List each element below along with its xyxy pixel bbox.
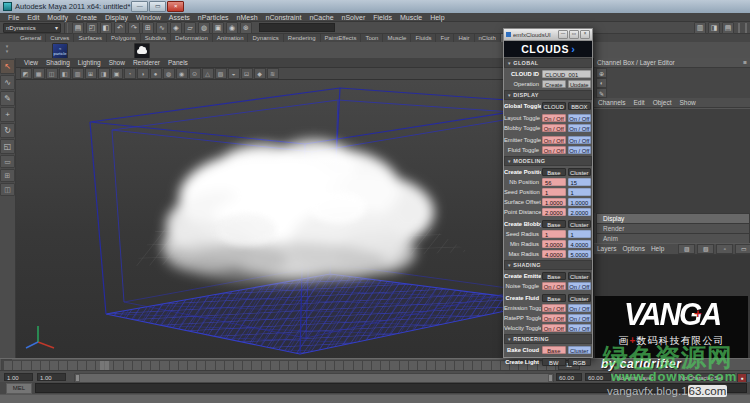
- viewport-toolbar-icon[interactable]: ⊞: [85, 68, 97, 79]
- range-end-handle[interactable]: [548, 374, 553, 382]
- viewport-toolbar-icon[interactable]: ◑: [137, 68, 149, 79]
- mel-mode-button[interactable]: MEL: [6, 383, 32, 394]
- shelf-tab[interactable]: Animation: [213, 34, 249, 42]
- shelf-tab[interactable]: Deformation: [171, 34, 213, 42]
- viewport-menu-item[interactable]: Shading: [42, 59, 74, 66]
- viewport-toolbar-icon[interactable]: ◧: [59, 68, 71, 79]
- emfx-particles-shelf-icon[interactable]: ≈ particle: [52, 43, 68, 59]
- viewport-menu-item[interactable]: Show: [105, 59, 129, 66]
- select-tool-icon[interactable]: ↖: [0, 59, 15, 74]
- layer-editor-menu-item[interactable]: Options: [620, 245, 648, 252]
- sidebar-attr-editor-icon[interactable]: ▥: [694, 22, 706, 34]
- shelf-tab[interactable]: Rendering: [284, 34, 321, 42]
- shelf-tab[interactable]: Fur: [436, 34, 454, 42]
- render-current-frame-icon[interactable]: ▣: [212, 22, 224, 34]
- range-start-handle[interactable]: [75, 374, 80, 382]
- animation-end-field[interactable]: 60.00: [585, 373, 611, 381]
- layer-editor-tab[interactable]: Render: [596, 223, 750, 233]
- shelf-nav-arrows[interactable]: ▾▾: [2, 44, 12, 56]
- snap-curve-icon[interactable]: ∿: [156, 22, 168, 34]
- animation-start-field[interactable]: 1.00: [4, 373, 33, 381]
- hyperbolic-pencil-icon[interactable]: ✎: [596, 88, 607, 98]
- layer-editor-menu-item[interactable]: Layers: [594, 245, 620, 252]
- menu-item[interactable]: nParticles: [194, 14, 233, 21]
- viewport-toolbar-icon[interactable]: ◍: [163, 68, 175, 79]
- menuset-dropdown[interactable]: nDynamics ▾: [3, 23, 61, 33]
- viewport-toolbar-icon[interactable]: ▣: [111, 68, 123, 79]
- menu-item[interactable]: Fields: [369, 14, 396, 21]
- make-live-icon[interactable]: ◍: [198, 22, 210, 34]
- ipr-render-icon[interactable]: ◉: [226, 22, 238, 34]
- viewport-menu-item[interactable]: View: [20, 59, 42, 66]
- speed-state-icon[interactable]: ◐: [596, 78, 607, 88]
- new-layer-from-selected-icon[interactable]: ▭: [735, 244, 750, 254]
- viewport-toolbar-icon[interactable]: ◩: [20, 68, 32, 79]
- menu-item[interactable]: nMesh: [233, 14, 262, 21]
- shelf-tab[interactable]: Muscle: [383, 34, 411, 42]
- split-pane-layout-button[interactable]: ◫: [0, 183, 15, 196]
- manip-attr-icon[interactable]: ⊕: [596, 68, 607, 78]
- menu-item[interactable]: Help: [426, 14, 448, 21]
- paint-select-tool-icon[interactable]: ✎: [0, 91, 15, 106]
- save-scene-icon[interactable]: ◧: [100, 22, 112, 34]
- viewport-toolbar-icon[interactable]: ◔: [124, 68, 136, 79]
- menu-item[interactable]: Edit: [23, 14, 43, 21]
- snap-grid-icon[interactable]: ⊞: [142, 22, 154, 34]
- sidebar-menu-icon[interactable]: ≡: [743, 59, 747, 66]
- channel-box-menu-item[interactable]: Object: [649, 99, 676, 106]
- menu-item[interactable]: nConstraint: [262, 14, 306, 21]
- shelf-tab[interactable]: General: [16, 34, 46, 42]
- viewport-menu-item[interactable]: Lighting: [74, 59, 105, 66]
- viewport-toolbar-icon[interactable]: ⊡: [241, 68, 253, 79]
- viewport-toolbar-icon[interactable]: ◉: [176, 68, 188, 79]
- window-control-button[interactable]: ▭: [149, 1, 166, 12]
- open-scene-icon[interactable]: ◰: [86, 22, 98, 34]
- panel-minimize-button[interactable]: —: [558, 30, 568, 39]
- snap-point-icon[interactable]: ◈: [170, 22, 182, 34]
- single-pane-layout-button[interactable]: ▭: [0, 155, 15, 168]
- render-settings-icon[interactable]: ⊛: [240, 22, 252, 34]
- menu-item[interactable]: Display: [101, 14, 132, 21]
- menu-item[interactable]: Muscle: [396, 14, 426, 21]
- channel-box-menu-item[interactable]: Show: [675, 99, 699, 106]
- move-tool-icon[interactable]: +: [0, 107, 15, 122]
- channel-box-menu-item[interactable]: Edit: [629, 99, 648, 106]
- snap-plane-icon[interactable]: ▱: [184, 22, 196, 34]
- shelf-tab[interactable]: Curves: [46, 34, 74, 42]
- playback-start-field[interactable]: 1.00: [37, 373, 66, 381]
- window-control-button[interactable]: —: [131, 1, 148, 12]
- shelf-tab[interactable]: Polygons: [107, 34, 141, 42]
- shelf-tab[interactable]: PaintEffects: [321, 34, 362, 42]
- menu-item[interactable]: Modify: [43, 14, 72, 21]
- viewport-toolbar-icon[interactable]: ▧: [215, 68, 227, 79]
- viewport-toolbar-icon[interactable]: ≋: [267, 68, 279, 79]
- layer-editor-menu-item[interactable]: Help: [648, 245, 667, 252]
- viewport-toolbar-icon[interactable]: ◫: [46, 68, 58, 79]
- scale-tool-icon[interactable]: ◱: [0, 139, 15, 154]
- viewport-toolbar-icon[interactable]: ▥: [72, 68, 84, 79]
- cloud-shelf-icon[interactable]: [134, 43, 150, 59]
- panel-close-button[interactable]: ×: [580, 30, 590, 39]
- channel-box-empty-area[interactable]: [594, 108, 750, 213]
- layer-editor-tab[interactable]: Anim: [596, 233, 750, 243]
- panel-title-bar[interactable]: emfxCloudsUI —▭×: [504, 29, 592, 41]
- lasso-tool-icon[interactable]: ∿: [0, 75, 15, 90]
- viewport-toolbar-icon[interactable]: ◨: [98, 68, 110, 79]
- window-control-button[interactable]: ×: [167, 1, 184, 12]
- four-pane-layout-button[interactable]: ⊞: [0, 169, 15, 182]
- redo-icon[interactable]: ↷: [128, 22, 140, 34]
- ui-show-hide-toggles[interactable]: [738, 23, 747, 33]
- new-empty-layer-icon[interactable]: ▫: [716, 244, 733, 254]
- menu-item[interactable]: File: [4, 14, 23, 21]
- viewport-menu-item[interactable]: Renderer: [129, 59, 164, 66]
- viewport-toolbar-icon[interactable]: ⊙: [189, 68, 201, 79]
- shelf-tab[interactable]: Fluids: [411, 34, 436, 42]
- layer-list-icon[interactable]: ▨: [678, 244, 695, 254]
- menu-item[interactable]: nCache: [305, 14, 337, 21]
- quick-input-field[interactable]: [259, 23, 335, 32]
- shelf-tab[interactable]: Subdivs: [141, 34, 171, 42]
- sidebar-tool-settings-icon[interactable]: ◨: [708, 22, 720, 34]
- channel-box-menu-item[interactable]: Channels: [594, 99, 629, 106]
- sidebar-channel-box-icon[interactable]: ▤: [722, 22, 734, 34]
- layer-empty-icon[interactable]: ▧: [697, 244, 714, 254]
